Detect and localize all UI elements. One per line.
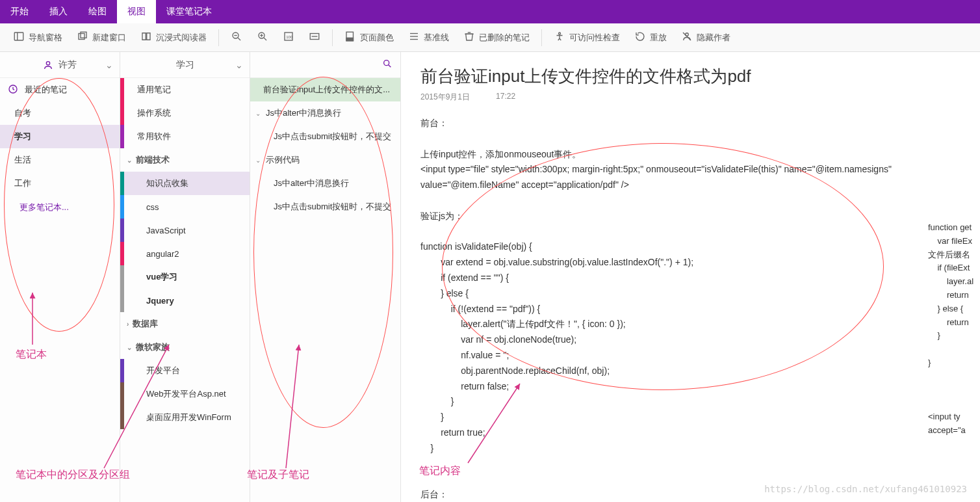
tool-ruled[interactable]: 基准线 — [402, 28, 456, 47]
svg-rect-3 — [81, 32, 86, 38]
tool-newwin[interactable]: 新建窗口 — [70, 28, 133, 47]
ribbon-tab-3[interactable]: 视图 — [117, 0, 156, 23]
ribbon-tab-0[interactable]: 开始 — [0, 0, 39, 23]
section-item[interactable]: 开发平台 — [120, 359, 250, 382]
section-label: JavaScript — [146, 226, 186, 235]
ribbon-tab-4[interactable]: 课堂笔记本 — [156, 0, 222, 23]
section-color-bar — [120, 265, 124, 289]
ribbon-tab-1[interactable]: 插入 — [39, 0, 78, 23]
page-label: 前台验证input上传文件控件的文... — [263, 84, 390, 96]
annotation-label-content: 笔记内容 — [419, 464, 461, 478]
section-item[interactable]: 操作系统 — [120, 101, 250, 125]
section-item[interactable]: Jquery — [120, 289, 250, 312]
section-item[interactable]: angular2 — [120, 242, 250, 265]
tool-pagecolor[interactable]: 页面颜色 — [338, 28, 400, 47]
section-group[interactable]: ⌄前端技术 — [120, 148, 250, 172]
page-item[interactable]: Js中点击submit按钮时，不提交 — [250, 125, 400, 148]
tool-label: 隐藏作者 — [697, 32, 730, 44]
section-label: 开发平台 — [146, 365, 180, 376]
svg-rect-16 — [346, 38, 354, 41]
sections-header-label: 学习 — [176, 59, 194, 71]
section-label: 桌面应用开发WinForm — [146, 412, 231, 423]
section-item[interactable]: 知识点收集 — [120, 172, 250, 195]
ribbon-tab-2[interactable]: 绘图 — [78, 0, 117, 23]
page-item[interactable]: 前台验证input上传文件控件的文... — [250, 78, 400, 101]
zoomout-icon — [231, 31, 242, 44]
page-label: Js中点击submit按钮时，不提交 — [274, 201, 391, 213]
tool-label: 沉浸式阅读器 — [156, 32, 207, 44]
section-group[interactable]: ⌄微软家族 — [120, 336, 250, 359]
tool-label: 导航窗格 — [29, 32, 62, 44]
svg-line-28 — [389, 65, 391, 68]
section-color-bar — [120, 289, 124, 312]
section-item[interactable]: vue学习 — [120, 265, 250, 289]
svg-line-10 — [264, 38, 266, 40]
sections-header[interactable]: 学习 ⌄ — [120, 52, 250, 78]
page-group-label: 示例代码 — [266, 154, 300, 166]
svg-line-6 — [238, 38, 240, 40]
page-group[interactable]: ⌄Js中alter中消息换行 — [250, 101, 400, 125]
tool-nav[interactable]: 导航窗格 — [6, 28, 69, 47]
user-name: 许芳 — [58, 59, 77, 71]
section-group[interactable]: ›数据库 — [120, 312, 250, 336]
annotation-label-sections: 笔记本中的分区及分区组 — [16, 468, 130, 482]
notebook-item[interactable]: 工作 — [0, 172, 120, 195]
section-item[interactable]: 常用软件 — [120, 125, 250, 148]
page-item[interactable]: Js中点击submit按钮时，不提交 — [250, 195, 400, 218]
section-color-bar — [120, 218, 124, 242]
tool-zoom100[interactable]: 100 — [276, 28, 301, 47]
nav-icon — [13, 31, 25, 44]
section-item[interactable]: Web开发平台Asp.net — [120, 382, 250, 406]
page-time: 17:22 — [496, 92, 515, 103]
tool-zoomin[interactable] — [250, 28, 275, 47]
section-label: css — [146, 202, 159, 212]
tool-trash[interactable]: 已删除的笔记 — [457, 28, 536, 47]
page-title[interactable]: 前台验证input上传文件控件的文件格式为pdf — [420, 65, 961, 88]
notebooks-column: 许芳 ⌄ 最近的笔记自考学习生活工作 更多笔记本... — [0, 52, 120, 502]
annotation-label-pages: 笔记及子笔记 — [247, 468, 309, 482]
section-item[interactable]: JavaScript — [120, 218, 250, 242]
page-group[interactable]: ⌄示例代码 — [250, 148, 400, 172]
section-color-bar — [120, 125, 124, 148]
section-label: 通用笔记 — [137, 84, 171, 96]
notebook-item[interactable]: 生活 — [0, 148, 120, 172]
page-content: 前台验证input上传文件控件的文件格式为pdf 2015年9月1日 17:22… — [401, 52, 980, 502]
section-color-bar — [120, 242, 124, 265]
tool-replay[interactable]: 重放 — [628, 28, 673, 47]
user-icon — [43, 60, 53, 70]
tool-fitwidth[interactable] — [302, 28, 327, 47]
section-label: vue学习 — [146, 271, 177, 283]
note-body[interactable]: 前台： 上传input控件，添加onmouseout事件。 <input typ… — [420, 116, 961, 502]
section-item[interactable]: 通用笔记 — [120, 78, 250, 101]
more-notebooks-link[interactable]: 更多笔记本... — [0, 195, 120, 220]
ribbon-toolbar: 导航窗格新建窗口沉浸式阅读器100页面颜色基准线已删除的笔记可访问性检查重放隐藏… — [0, 23, 980, 52]
tool-access[interactable]: 可访问性检查 — [547, 28, 626, 47]
pagecolor-icon — [344, 31, 356, 44]
section-item[interactable]: css — [120, 195, 250, 218]
notebook-item[interactable]: 学习 — [0, 125, 120, 148]
notebook-item[interactable]: 自考 — [0, 101, 120, 125]
notebooks-header[interactable]: 许芳 ⌄ — [0, 52, 120, 78]
section-label: angular2 — [146, 249, 179, 259]
chevron-icon: ⌄ — [255, 110, 263, 117]
tool-label: 重放 — [650, 32, 667, 44]
chevron-icon: ⌄ — [255, 157, 263, 164]
section-color-bar — [120, 195, 124, 218]
section-label: 常用软件 — [137, 131, 171, 142]
section-group-label: 前端技术 — [136, 154, 170, 166]
notebook-label: 最近的笔记 — [25, 84, 67, 96]
tool-hideauthor[interactable]: 隐藏作者 — [675, 28, 737, 47]
search-icon[interactable] — [382, 59, 393, 71]
tool-label: 页面颜色 — [360, 32, 394, 44]
toolbar-separator — [218, 29, 219, 46]
toolbar-separator — [541, 29, 542, 46]
pages-header — [250, 52, 400, 78]
chevron-icon: ⌄ — [127, 344, 132, 351]
tool-immersive[interactable]: 沉浸式阅读器 — [134, 28, 213, 47]
notebook-item[interactable]: 最近的笔记 — [0, 78, 120, 101]
page-item[interactable]: Js中alter中消息换行 — [250, 172, 400, 195]
replay-icon — [634, 31, 646, 44]
tool-zoomout[interactable] — [224, 28, 249, 47]
svg-rect-2 — [79, 34, 84, 40]
section-item[interactable]: 桌面应用开发WinForm — [120, 406, 250, 429]
